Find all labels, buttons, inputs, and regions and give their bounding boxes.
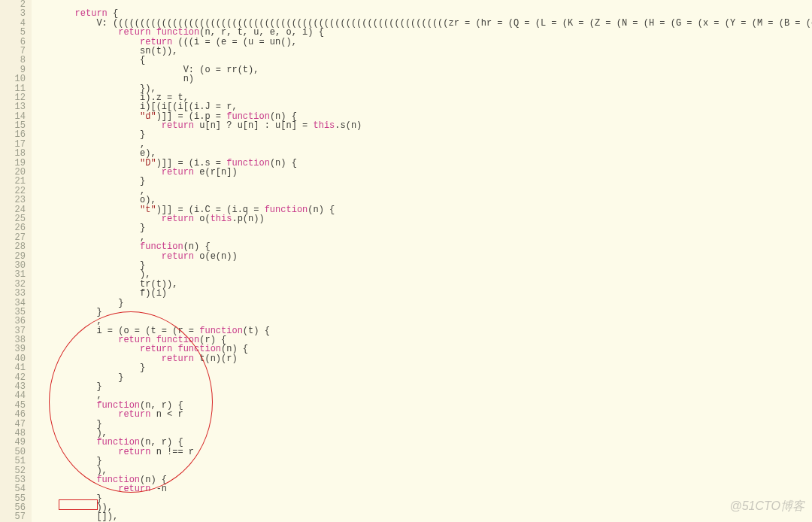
line-number: 5: [0, 28, 26, 37]
code-line: return n !== r: [32, 448, 812, 457]
code-line: }: [32, 382, 812, 391]
line-number: 51: [0, 457, 26, 466]
line-number: 54: [0, 484, 26, 493]
line-number: 13: [0, 102, 26, 111]
code-line: []),: [32, 512, 812, 521]
code-editor: 2345678910111213141516171819202122232425…: [0, 0, 812, 522]
line-number: 8: [0, 56, 26, 65]
code-line: }: [32, 494, 812, 503]
code-line: return t(n)(r): [32, 354, 812, 363]
code-line: }: [32, 308, 812, 317]
code-line: }: [32, 457, 812, 466]
code-area[interactable]: return { V: ((((((((((((((((((((((((((((…: [32, 0, 812, 522]
line-number-gutter: 2345678910111213141516171819202122232425…: [0, 0, 32, 522]
line-number: 31: [0, 270, 26, 279]
code-line: }: [32, 299, 812, 308]
code-line: }: [32, 177, 812, 186]
code-line: return u[n] ? u[n] : u[n] = this.s(n): [32, 121, 812, 130]
line-number: 44: [0, 391, 26, 400]
line-number: 26: [0, 223, 26, 232]
code-line: }: [32, 373, 812, 382]
line-number: 36: [0, 317, 26, 326]
code-line: return n < r: [32, 410, 812, 419]
code-line: return o(this.p(n)): [32, 214, 812, 223]
line-number: 39: [0, 344, 26, 354]
code-line: sn(t)),: [32, 47, 812, 56]
line-number: 3: [0, 9, 26, 18]
line-number: 33: [0, 289, 26, 298]
code-line: [32, 0, 812, 9]
line-number: 23: [0, 196, 26, 205]
line-number: 46: [0, 410, 26, 419]
code-line: }: [32, 223, 812, 232]
line-number: 16: [0, 130, 26, 139]
code-line: return e(r[n]): [32, 168, 812, 177]
line-number: 18: [0, 149, 26, 158]
code-line: }: [32, 130, 812, 139]
line-number: 21: [0, 177, 26, 186]
code-line: return o(e(n)): [32, 252, 812, 261]
code-line: )),: [32, 503, 812, 512]
code-line: }: [32, 363, 812, 372]
line-number: 10: [0, 74, 26, 83]
line-number: 28: [0, 242, 26, 251]
code-line: }: [32, 420, 812, 429]
code-line: return -n: [32, 484, 812, 493]
line-number: 41: [0, 363, 26, 372]
watermark: @51CTO博客: [729, 499, 804, 514]
code-line: f)(i): [32, 289, 812, 298]
line-number: 49: [0, 438, 26, 447]
